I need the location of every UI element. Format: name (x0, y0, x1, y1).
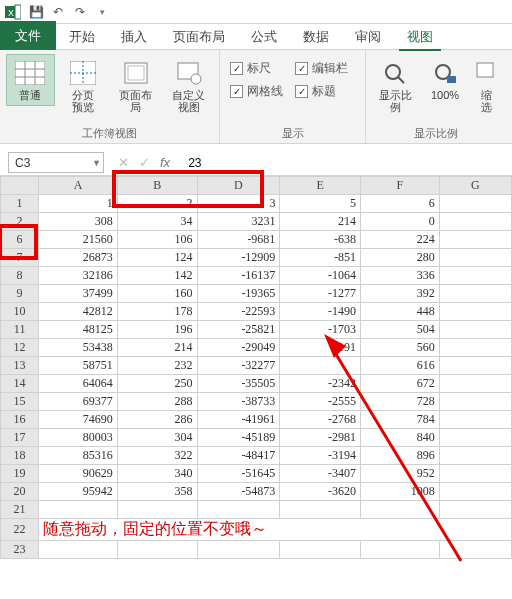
cell[interactable] (439, 321, 511, 339)
cell[interactable] (280, 357, 361, 375)
view-pagelayout-button[interactable]: 页面布局 (112, 54, 161, 118)
row-header[interactable]: 17 (1, 429, 39, 447)
name-box[interactable]: C3 ▼ (8, 152, 104, 173)
cell[interactable] (439, 303, 511, 321)
cell[interactable]: -41961 (197, 411, 280, 429)
cell[interactable]: 3231 (197, 213, 280, 231)
cell[interactable]: 124 (117, 249, 197, 267)
cell[interactable]: -25821 (197, 321, 280, 339)
cell[interactable]: 952 (361, 465, 440, 483)
cell[interactable]: 358 (117, 483, 197, 501)
cell[interactable] (197, 501, 280, 519)
cell[interactable]: 288 (117, 393, 197, 411)
tab-5[interactable]: 审阅 (342, 23, 394, 50)
row-header[interactable]: 14 (1, 375, 39, 393)
row-header[interactable]: 20 (1, 483, 39, 501)
view-custom-button[interactable]: 自定义视图 (164, 54, 213, 118)
cell[interactable] (280, 501, 361, 519)
cell[interactable]: 672 (361, 375, 440, 393)
row-header[interactable]: 19 (1, 465, 39, 483)
cell[interactable] (439, 231, 511, 249)
cell[interactable]: 34 (117, 213, 197, 231)
cell[interactable]: 2 (117, 195, 197, 213)
cell[interactable] (439, 375, 511, 393)
tab-2[interactable]: 页面布局 (160, 23, 238, 50)
cell[interactable]: -3194 (280, 447, 361, 465)
cell[interactable]: -1703 (280, 321, 361, 339)
cell[interactable]: 74690 (39, 411, 118, 429)
cell[interactable]: 224 (361, 231, 440, 249)
cell[interactable] (39, 541, 118, 559)
cell[interactable]: 3 (197, 195, 280, 213)
cell[interactable] (439, 411, 511, 429)
cell[interactable]: 840 (361, 429, 440, 447)
cell[interactable] (439, 195, 511, 213)
cell[interactable]: 728 (361, 393, 440, 411)
cell[interactable] (197, 541, 280, 559)
zoom-button[interactable]: 显示比例 (372, 54, 418, 118)
cell[interactable]: -38733 (197, 393, 280, 411)
cell[interactable]: 392 (361, 285, 440, 303)
cell[interactable]: 21560 (39, 231, 118, 249)
row-header[interactable]: 7 (1, 249, 39, 267)
cell[interactable] (361, 501, 440, 519)
fx-icon[interactable]: fx (160, 155, 170, 170)
chevron-down-icon[interactable]: ▼ (92, 158, 101, 168)
cell[interactable]: -3620 (280, 483, 361, 501)
save-icon[interactable]: 💾 (28, 4, 44, 20)
cell[interactable]: 37499 (39, 285, 118, 303)
cell[interactable]: 142 (117, 267, 197, 285)
cell[interactable]: 64064 (39, 375, 118, 393)
cell[interactable]: -35505 (197, 375, 280, 393)
row-header[interactable]: 23 (1, 541, 39, 559)
cell[interactable] (117, 541, 197, 559)
tab-6[interactable]: 视图 (394, 23, 446, 50)
cell[interactable]: 214 (117, 339, 197, 357)
row-header[interactable]: 11 (1, 321, 39, 339)
cell[interactable]: -48417 (197, 447, 280, 465)
cell[interactable] (439, 541, 511, 559)
cell[interactable]: 304 (117, 429, 197, 447)
cell[interactable]: -54873 (197, 483, 280, 501)
cell[interactable]: 32186 (39, 267, 118, 285)
cell[interactable]: 286 (117, 411, 197, 429)
cell[interactable]: 90629 (39, 465, 118, 483)
cell[interactable]: 178 (117, 303, 197, 321)
zoom-100-button[interactable]: 100% (422, 54, 468, 106)
row-header[interactable]: 18 (1, 447, 39, 465)
row-header[interactable]: 10 (1, 303, 39, 321)
cell[interactable]: 232 (117, 357, 197, 375)
cell[interactable]: -2981 (280, 429, 361, 447)
cell[interactable]: 5 (280, 195, 361, 213)
cell[interactable]: 896 (361, 447, 440, 465)
cell[interactable]: 42812 (39, 303, 118, 321)
col-header-A[interactable]: A (39, 177, 118, 195)
cell[interactable] (439, 267, 511, 285)
cell[interactable] (439, 501, 511, 519)
cell[interactable]: 6 (361, 195, 440, 213)
row-header[interactable]: 22 (1, 519, 39, 541)
col-header-E[interactable]: E (280, 177, 361, 195)
tab-4[interactable]: 数据 (290, 23, 342, 50)
cell[interactable]: -638 (280, 231, 361, 249)
cell[interactable]: 0 (361, 213, 440, 231)
tab-3[interactable]: 公式 (238, 23, 290, 50)
cell[interactable]: -1064 (280, 267, 361, 285)
col-header-D[interactable]: D (197, 177, 280, 195)
cell[interactable]: 308 (39, 213, 118, 231)
cell[interactable]: 560 (361, 339, 440, 357)
cell[interactable]: 80003 (39, 429, 118, 447)
tab-1[interactable]: 插入 (108, 23, 160, 50)
cell[interactable]: 48125 (39, 321, 118, 339)
cell[interactable]: 95942 (39, 483, 118, 501)
cell[interactable] (439, 213, 511, 231)
cell[interactable] (280, 541, 361, 559)
cell[interactable] (439, 393, 511, 411)
cell[interactable]: 322 (117, 447, 197, 465)
row-header[interactable]: 6 (1, 231, 39, 249)
cell[interactable]: -2555 (280, 393, 361, 411)
cell[interactable]: -851 (280, 249, 361, 267)
col-header-F[interactable]: F (361, 177, 440, 195)
cell[interactable] (39, 501, 118, 519)
cell[interactable]: -12909 (197, 249, 280, 267)
